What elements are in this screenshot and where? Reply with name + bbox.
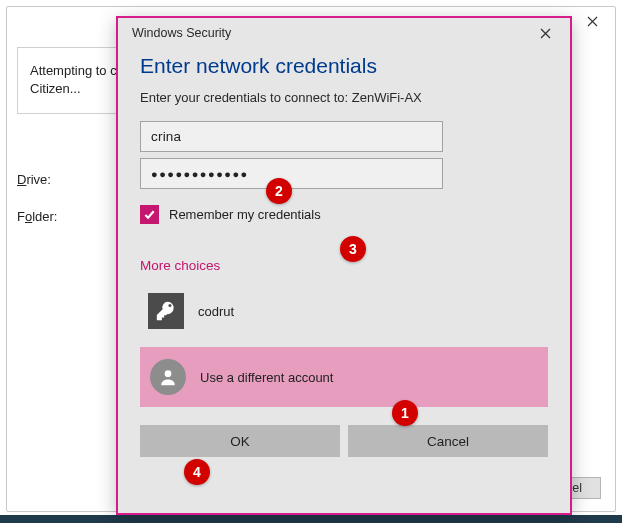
callout-4: 4 [184, 459, 210, 485]
callout-3: 3 [340, 236, 366, 262]
svg-point-4 [165, 370, 172, 377]
credential-instruction: Enter your credentials to connect to: Ze… [140, 90, 548, 105]
credential-dialog-titlebar: Windows Security [118, 18, 570, 48]
more-choices-link[interactable]: More choices [140, 258, 548, 273]
cancel-button[interactable]: Cancel [348, 425, 548, 457]
remember-credentials-checkbox[interactable] [140, 205, 159, 224]
callout-1: 1 [392, 400, 418, 426]
remember-credentials-label: Remember my credentials [169, 207, 321, 222]
credential-dialog-heading: Enter network credentials [140, 54, 548, 78]
password-input[interactable] [140, 158, 443, 189]
use-different-account-label: Use a different account [200, 370, 333, 385]
close-icon [587, 16, 598, 27]
saved-account-row[interactable]: codrut [140, 283, 548, 339]
callout-2: 2 [266, 178, 292, 204]
key-icon [148, 293, 184, 329]
ok-button[interactable]: OK [140, 425, 340, 457]
saved-account-name: codrut [198, 304, 234, 319]
close-icon [540, 28, 551, 39]
remember-credentials-row[interactable]: Remember my credentials [140, 205, 548, 224]
windows-security-dialog: Windows Security Enter network credentia… [116, 16, 572, 515]
taskbar-sliver [0, 515, 622, 523]
credential-dialog-close-button[interactable] [526, 20, 564, 46]
main-window-close-button[interactable] [569, 7, 615, 35]
use-different-account-row[interactable]: Use a different account [140, 347, 548, 407]
person-icon [150, 359, 186, 395]
credential-dialog-title: Windows Security [132, 26, 231, 40]
checkmark-icon [143, 208, 156, 221]
username-input[interactable] [140, 121, 443, 152]
